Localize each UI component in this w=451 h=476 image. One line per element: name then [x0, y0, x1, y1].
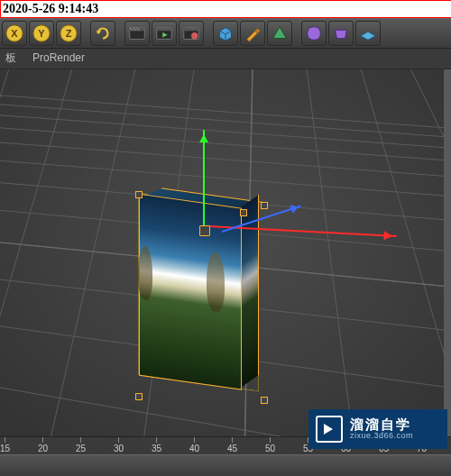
deformer-button[interactable] [301, 21, 327, 46]
svg-text:Y: Y [38, 28, 45, 39]
timeline-tick: 50 [265, 444, 275, 453]
timeline-tick: 45 [227, 444, 237, 453]
svg-text:Z: Z [66, 28, 72, 39]
svg-text:X: X [11, 28, 18, 39]
selection-handle[interactable] [261, 202, 268, 209]
svg-point-13 [191, 32, 198, 39]
timeline-tick: 20 [38, 444, 48, 453]
floor-button[interactable] [355, 21, 381, 46]
selection-handle[interactable] [261, 397, 268, 404]
watermark-url: zixue.3d66.com [350, 432, 413, 441]
primitive-cube-button[interactable] [213, 21, 238, 46]
render-settings-button[interactable] [179, 21, 204, 46]
axis-z-button[interactable]: Z [56, 21, 81, 46]
scene-cube-object[interactable] [139, 194, 258, 391]
deformer2-button[interactable] [328, 21, 354, 46]
timeline-tick: 15 [0, 444, 10, 453]
viewport-menubar: 板 ProRender [0, 47, 451, 69]
viewport-scrollbar[interactable] [444, 69, 451, 436]
texture-tree-decor [207, 251, 225, 313]
svg-rect-9 [157, 28, 172, 32]
cube-face-side [240, 195, 259, 389]
main-toolbar: X Y Z [0, 18, 451, 49]
timeline-tick: 25 [76, 444, 86, 453]
selection-handle[interactable] [135, 191, 143, 198]
spline-pen-button[interactable] [240, 21, 265, 46]
selection-handle[interactable] [135, 393, 143, 400]
texture-tree-decor [138, 245, 152, 301]
axis-x-button[interactable]: X [2, 21, 27, 46]
render-button[interactable] [124, 21, 150, 46]
cube-face-front [139, 194, 242, 390]
axis-y-button[interactable]: Y [29, 21, 54, 46]
menu-prorender[interactable]: ProRender [32, 51, 85, 64]
timeline-tick: 40 [189, 444, 199, 453]
bottom-toolbar [0, 454, 451, 476]
watermark-title: 溜溜自学 [350, 417, 413, 433]
watermark-badge: 溜溜自学 zixue.3d66.com [308, 409, 447, 449]
undo-button[interactable] [90, 21, 115, 46]
generator-button[interactable] [267, 21, 292, 46]
timeline-tick: 35 [152, 444, 161, 453]
play-icon [316, 416, 343, 443]
svg-rect-12 [184, 28, 199, 32]
axis-origin-handle[interactable] [199, 225, 210, 236]
timestamp-overlay: 2020-5-26 9:14:43 [0, 0, 451, 18]
selection-handle[interactable] [240, 209, 247, 216]
menu-panel[interactable]: 板 [5, 50, 16, 66]
perspective-viewport[interactable] [0, 69, 451, 436]
timeline-tick: 30 [114, 444, 124, 453]
render-region-button[interactable] [152, 21, 177, 46]
